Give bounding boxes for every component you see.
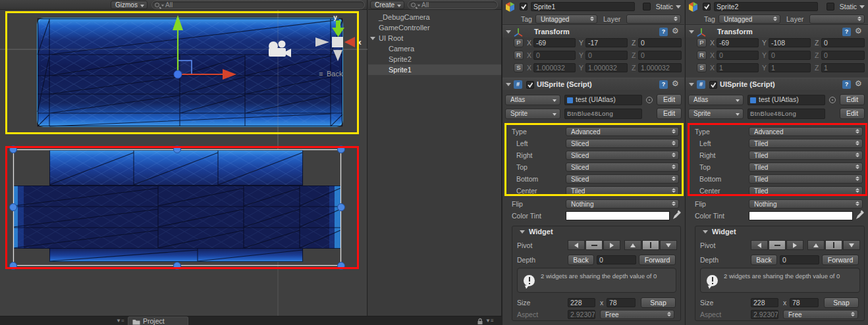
position-y-field[interactable]: -17 — [585, 38, 628, 47]
size-height-field[interactable]: 78 — [607, 298, 636, 307]
depth-back-button[interactable]: Back — [568, 255, 594, 265]
center-dropdown[interactable]: Tiled — [566, 186, 679, 195]
bottom-dropdown[interactable]: Tiled — [749, 174, 863, 184]
left-dropdown[interactable]: Tiled — [749, 139, 863, 148]
component-enabled-checkbox[interactable] — [526, 81, 534, 89]
top-dropdown[interactable]: Sliced — [566, 162, 679, 172]
right-dropdown[interactable]: Sliced — [566, 151, 679, 160]
color-tint-swatch[interactable] — [749, 211, 853, 220]
position-z-field[interactable]: 0 — [638, 38, 682, 47]
sprite-name-field[interactable]: BtnBlue48Long — [564, 109, 642, 119]
atlas-object-field[interactable]: test (UIAtlas) — [564, 95, 642, 105]
top-dropdown[interactable]: Tiled — [749, 162, 863, 172]
right-dropdown[interactable]: Tiled — [749, 151, 863, 160]
pivot-right-button[interactable] — [603, 240, 620, 250]
layer-dropdown[interactable] — [809, 14, 865, 24]
pivot-right-button[interactable] — [786, 240, 803, 250]
pivot-center-v-button[interactable] — [642, 240, 659, 250]
rotation-y-field[interactable]: 0 — [585, 51, 628, 60]
static-dropdown-icon[interactable] — [676, 5, 681, 9]
static-dropdown-icon[interactable] — [859, 5, 865, 9]
view-back-label[interactable]: Back — [327, 70, 343, 78]
hierarchy-item-gamecontroller[interactable]: GameController — [368, 22, 501, 33]
transform-component-header[interactable]: Transform ? ⚙ — [502, 25, 684, 38]
tab-list-icon[interactable]: ▼= — [116, 318, 124, 324]
help-icon[interactable]: ? — [659, 28, 668, 36]
aspect-mode-dropdown[interactable]: Free — [783, 310, 858, 319]
layer-dropdown[interactable] — [626, 14, 681, 24]
pivot-center-h-button[interactable] — [769, 240, 786, 250]
pivot-top-button[interactable] — [807, 240, 825, 250]
gear-icon[interactable]: ⚙ — [672, 80, 679, 88]
size-width-field[interactable]: 228 — [568, 298, 595, 307]
depth-forward-button[interactable]: Forward — [639, 255, 676, 265]
rotation-x-field[interactable]: 0 — [533, 51, 576, 60]
snap-button[interactable]: Snap — [641, 297, 676, 308]
foldout-arrow-icon[interactable] — [703, 230, 708, 234]
type-dropdown[interactable]: Advanced — [566, 127, 679, 136]
scale-x-field[interactable]: 1 — [717, 63, 759, 72]
scale-button[interactable]: S — [514, 63, 524, 72]
bottom-dropdown[interactable]: Sliced — [566, 174, 679, 184]
active-checkbox[interactable] — [520, 3, 528, 11]
hierarchy-item-camera[interactable]: Camera — [368, 43, 501, 54]
center-dropdown[interactable]: Tiled — [749, 186, 863, 195]
foldout-arrow-icon[interactable] — [370, 37, 375, 40]
position-x-field[interactable]: -69 — [533, 38, 576, 47]
hierarchy-item-sprite2[interactable]: Sprite2 — [368, 54, 501, 64]
static-checkbox[interactable] — [827, 3, 834, 11]
sprite-edit-button[interactable]: Edit — [657, 108, 682, 119]
pivot-top-button[interactable] — [624, 240, 641, 250]
gizmos-dropdown[interactable]: Gizmos — [111, 1, 148, 9]
foldout-arrow-icon[interactable] — [520, 230, 525, 234]
size-width-field[interactable]: 228 — [751, 298, 778, 307]
tab-project[interactable]: Project — [128, 316, 188, 325]
scale-y-field[interactable]: 1.000032 — [585, 63, 628, 72]
sprite-selector-button[interactable]: Sprite — [688, 109, 744, 119]
sprite-selector-button[interactable]: Sprite — [505, 109, 560, 119]
size-height-field[interactable]: 78 — [790, 298, 819, 307]
atlas-edit-button[interactable]: Edit — [840, 94, 865, 105]
hierarchy-item-ui-root[interactable]: UI Root — [368, 33, 501, 43]
atlas-selector-button[interactable]: Atlas — [688, 95, 744, 105]
pivot-left-button[interactable] — [568, 240, 585, 250]
panel-menu-icon[interactable]: ▼≡ — [485, 318, 494, 324]
rotation-z-field[interactable]: 0 — [638, 51, 682, 60]
flip-dropdown[interactable]: Nothing — [749, 199, 863, 209]
atlas-object-field[interactable]: test (UIAtlas) — [747, 95, 825, 105]
transform-component-header[interactable]: Transform ? ⚙ — [686, 25, 868, 38]
scene-canvas[interactable]: y x ≡ Back — [0, 10, 367, 316]
gear-icon[interactable]: ⚙ — [672, 27, 679, 36]
rotation-y-field[interactable]: 0 — [769, 51, 811, 60]
scale-button[interactable]: S — [697, 63, 707, 72]
hierarchy-search-input[interactable]: All — [408, 1, 498, 9]
name-field[interactable]: Sprite2 — [714, 2, 818, 11]
depth-forward-button[interactable]: Forward — [822, 255, 859, 265]
tag-dropdown[interactable]: Untagged — [719, 14, 780, 24]
foldout-arrow-icon[interactable] — [689, 83, 694, 86]
pivot-center-h-button[interactable] — [585, 240, 603, 250]
create-button[interactable]: Create — [370, 1, 404, 9]
foldout-arrow-icon[interactable] — [506, 83, 511, 86]
snap-button[interactable]: Snap — [824, 297, 859, 308]
pivot-bottom-button[interactable] — [843, 240, 860, 250]
position-z-field[interactable]: 0 — [821, 38, 865, 47]
scene-search-input[interactable]: All — [151, 1, 365, 9]
help-icon[interactable]: ? — [842, 80, 851, 89]
position-button[interactable]: P — [514, 38, 524, 47]
gear-icon[interactable]: ⚙ — [855, 27, 862, 36]
type-dropdown[interactable]: Advanced — [749, 127, 863, 136]
atlas-selector-button[interactable]: Atlas — [505, 95, 560, 105]
pivot-left-button[interactable] — [751, 240, 768, 250]
pivot-center-v-button[interactable] — [825, 240, 842, 250]
position-x-field[interactable]: -69 — [717, 38, 759, 47]
tag-dropdown[interactable]: Untagged — [535, 14, 597, 24]
gear-icon[interactable]: ⚙ — [855, 80, 862, 88]
aspect-mode-dropdown[interactable]: Free — [600, 310, 674, 319]
help-icon[interactable]: ? — [842, 28, 851, 36]
rotation-z-field[interactable]: 0 — [821, 51, 865, 60]
rotation-button[interactable]: R — [697, 51, 707, 60]
foldout-arrow-icon[interactable] — [506, 30, 511, 34]
component-enabled-checkbox[interactable] — [709, 81, 717, 89]
pivot-bottom-button[interactable] — [660, 240, 677, 250]
